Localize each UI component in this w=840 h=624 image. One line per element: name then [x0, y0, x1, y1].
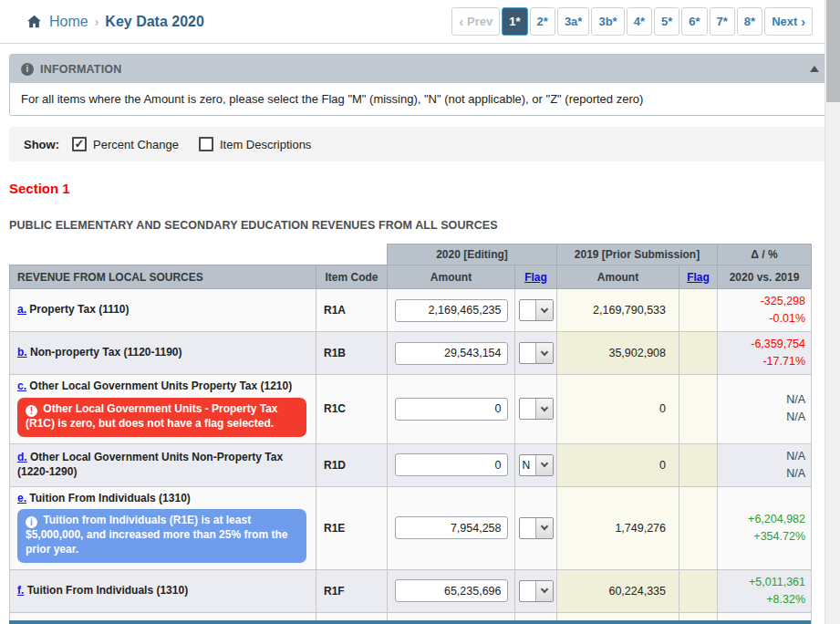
flag-2020-select[interactable]: [519, 342, 554, 364]
info-alert: i Tuition from Individuals (R1E) is at l…: [17, 509, 306, 563]
delta-value: N/A: [723, 448, 805, 465]
row-label: Other Local Government Units Property Ta…: [26, 380, 292, 392]
chevron-down-icon: [540, 586, 547, 593]
error-alert: ! Other Local Government Units - Propert…: [17, 398, 306, 437]
flag-selected-value: N: [520, 455, 535, 475]
chevron-left-icon: ‹: [459, 15, 463, 29]
percent-change-label: Percent Change: [93, 138, 179, 151]
delta-percent: -0.01%: [723, 310, 805, 328]
column-group-2019: 2019 [Prior Submission]: [557, 244, 718, 265]
percent-change-checkbox-box[interactable]: [72, 137, 87, 151]
alert-text: Other Local Government Units - Property …: [26, 402, 278, 430]
flag-2019-cell: [679, 375, 718, 444]
page-button-6[interactable]: 6*: [681, 7, 707, 36]
amount-2020-input[interactable]: [395, 516, 508, 539]
page: Home › Key Data 2020 ‹ Prev 1*2*3a*3b*4*…: [0, 0, 840, 624]
next-label: Next: [772, 15, 797, 28]
row-label: Non-property Tax (1120-1190): [27, 346, 182, 359]
prev-button[interactable]: ‹ Prev: [451, 7, 500, 36]
row-letter-link[interactable]: a.: [17, 303, 26, 316]
item-descriptions-label: Item Descriptions: [220, 138, 311, 151]
delta-percent: +8.32%: [723, 591, 805, 608]
row-label-cell: f. Tuition From Individuals (1310): [10, 569, 316, 612]
row-letter-link[interactable]: b.: [17, 346, 27, 359]
chevron-down-icon: [540, 460, 547, 467]
amount-2020-cell: [388, 289, 515, 332]
item-code-cell: R1A: [316, 289, 388, 332]
flag-2020-select[interactable]: [519, 517, 554, 539]
show-options-bar: Show: Percent Change Item Descriptions: [9, 127, 831, 161]
item-code-cell: R1C: [316, 375, 388, 444]
amount-2020-input[interactable]: [395, 299, 508, 322]
blank-header-cell: [10, 244, 388, 265]
dropdown-arrow-icon: [535, 581, 553, 601]
flag-2020-header-link[interactable]: Flag: [524, 271, 547, 284]
column-header-amount-2020: Amount: [388, 265, 515, 289]
item-descriptions-checkbox[interactable]: Item Descriptions: [199, 137, 311, 151]
row-label: Other Local Government Units Non-Propert…: [17, 451, 283, 478]
page-button-2[interactable]: 2*: [530, 7, 555, 36]
row-letter-link[interactable]: d.: [17, 451, 27, 463]
percent-change-checkbox[interactable]: Percent Change: [72, 137, 179, 151]
column-header-amount-2019: Amount: [557, 265, 679, 289]
breadcrumb-separator: ›: [95, 15, 99, 29]
next-button[interactable]: Next ›: [764, 7, 813, 36]
flag-2020-select[interactable]: N: [519, 454, 554, 476]
amount-2019-cell: 1,749,276: [557, 486, 679, 569]
scrollbar-thumb[interactable]: [826, 0, 840, 102]
column-header-revenue-sources: REVENUE FROM LOCAL SOURCES: [10, 265, 316, 289]
amount-2020-input[interactable]: [395, 579, 508, 602]
row-label-cell: d. Other Local Government Units Non-Prop…: [10, 443, 316, 486]
delta-value: N/A: [723, 391, 805, 409]
flag-2020-select[interactable]: [519, 299, 554, 321]
amount-2020-input[interactable]: [395, 342, 508, 365]
flag-2019-header-link[interactable]: Flag: [687, 271, 710, 284]
section-title: Section 1: [9, 181, 840, 196]
flag-selected-value: [520, 518, 535, 538]
section-heading: PUBLIC ELEMENTARY AND SECONDARY EDUCATIO…: [9, 219, 840, 232]
amount-2020-cell: [388, 486, 515, 569]
page-button-1[interactable]: 1*: [502, 7, 527, 36]
chevron-down-icon: [540, 404, 547, 411]
flag-2019-cell: [679, 569, 718, 612]
row-label-cell: b. Non-property Tax (1120-1190): [10, 332, 316, 375]
page-button-8[interactable]: 8*: [737, 7, 762, 36]
page-button-3b[interactable]: 3b*: [591, 7, 624, 36]
item-descriptions-checkbox-box[interactable]: [199, 137, 213, 151]
column-group-2020: 2020 [Editing]: [388, 244, 557, 265]
vertical-scrollbar[interactable]: [824, 0, 840, 624]
item-code-cell: R1D: [316, 443, 388, 486]
breadcrumb-home-link[interactable]: Home: [49, 14, 88, 30]
collapse-caret-icon[interactable]: [810, 66, 819, 72]
delta-value: -325,298: [723, 293, 805, 310]
flag-2019-cell: [679, 443, 718, 486]
table-row-R1B: b. Non-property Tax (1120-1190)R1B35,902…: [10, 332, 812, 375]
flag-2020-select[interactable]: [519, 580, 554, 602]
next-section-edge: [9, 620, 811, 624]
dropdown-arrow-icon: [535, 399, 553, 419]
page-button-3a[interactable]: 3a*: [557, 7, 590, 36]
revenue-table: 2020 [Editing] 2019 [Prior Submission] Δ…: [9, 244, 812, 624]
item-code-cell: R1B: [316, 332, 388, 375]
delta-percent: N/A: [723, 409, 805, 426]
page-button-4[interactable]: 4*: [627, 7, 652, 36]
information-panel-header[interactable]: i INFORMATION: [10, 55, 830, 83]
row-letter-link[interactable]: c.: [17, 380, 26, 392]
dropdown-arrow-icon: [535, 343, 553, 363]
amount-2019-cell: 0: [557, 443, 679, 486]
page-button-5[interactable]: 5*: [654, 7, 679, 36]
page-button-7[interactable]: 7*: [710, 7, 735, 36]
flag-2020-select[interactable]: [519, 398, 554, 420]
amount-2020-input[interactable]: [395, 398, 508, 421]
delta-cell: -6,359,754-17.71%: [718, 332, 812, 375]
amount-2020-input[interactable]: [395, 453, 508, 476]
row-label-cell: e. Tuition From Individuals (1310)i Tuit…: [10, 486, 316, 569]
flag-2020-cell: [515, 569, 557, 612]
home-icon[interactable]: [26, 14, 43, 29]
flag-2020-cell: [515, 332, 557, 375]
amount-2019-cell: 60,224,335: [557, 569, 679, 612]
row-label-cell: a. Property Tax (1110): [10, 289, 316, 332]
exclamation-icon: !: [26, 405, 37, 417]
table-row-R1E: e. Tuition From Individuals (1310)i Tuit…: [10, 486, 812, 569]
row-letter-link[interactable]: e.: [17, 492, 26, 504]
